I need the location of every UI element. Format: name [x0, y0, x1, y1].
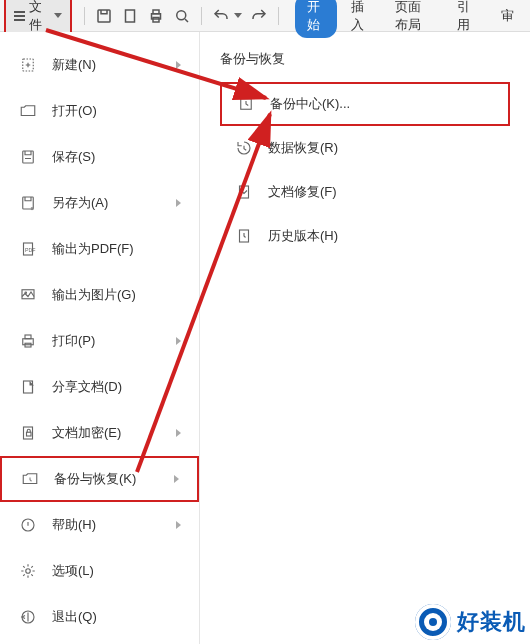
menu-icon [18, 101, 38, 121]
submenu-item-0[interactable]: 备份中心(K)... [220, 82, 510, 126]
separator [278, 7, 279, 25]
submenu-item-2[interactable]: 文档修复(F) [220, 170, 510, 214]
menu-icon: PDF [18, 239, 38, 259]
chevron-right-icon [176, 199, 181, 207]
submenu-label: 备份中心(K)... [270, 95, 350, 113]
menu-label: 退出(Q) [52, 608, 181, 626]
save-icon[interactable] [95, 7, 113, 25]
svg-rect-14 [25, 335, 31, 339]
separator [84, 7, 85, 25]
svg-rect-13 [23, 339, 34, 345]
submenu-label: 文档修复(F) [268, 183, 337, 201]
svg-rect-0 [98, 10, 110, 22]
svg-rect-8 [23, 197, 34, 209]
submenu-icon [236, 94, 256, 114]
menu-label: 选项(L) [52, 562, 181, 580]
svg-rect-3 [153, 10, 159, 14]
submenu-icon [234, 182, 254, 202]
menu-label: 文档加密(E) [52, 424, 176, 442]
menu-icon [18, 561, 38, 581]
print-icon[interactable] [147, 7, 165, 25]
menu-label: 另存为(A) [52, 194, 176, 212]
file-menu-label: 文件 [29, 0, 50, 34]
submenu-label: 历史版本(H) [268, 227, 338, 245]
menu-label: 帮助(H) [52, 516, 176, 534]
chevron-down-icon[interactable] [234, 13, 242, 18]
submenu-label: 数据恢复(R) [268, 139, 338, 157]
panel-title: 备份与恢复 [220, 50, 510, 68]
menu-item-11[interactable]: 选项(L) [0, 548, 199, 594]
svg-point-5 [177, 10, 186, 19]
submenu-item-1[interactable]: 数据恢复(R) [220, 126, 510, 170]
main-area: 新建(N)打开(O)保存(S)另存为(A)PDF输出为PDF(F)输出为图片(G… [0, 32, 530, 644]
chevron-right-icon [176, 61, 181, 69]
submenu-item-3[interactable]: 历史版本(H) [220, 214, 510, 258]
chevron-right-icon [176, 337, 181, 345]
menu-item-12[interactable]: 退出(Q) [0, 594, 199, 640]
submenu-icon [234, 138, 254, 158]
menu-item-8[interactable]: 文档加密(E) [0, 410, 199, 456]
menu-icon [18, 193, 38, 213]
menu-item-3[interactable]: 另存为(A) [0, 180, 199, 226]
menu-item-2[interactable]: 保存(S) [0, 134, 199, 180]
menu-label: 备份与恢复(K) [54, 470, 174, 488]
menu-item-4[interactable]: PDF输出为PDF(F) [0, 226, 199, 272]
quick-access-toolbar [82, 7, 281, 25]
menu-label: 输出为图片(G) [52, 286, 181, 304]
menu-label: 新建(N) [52, 56, 176, 74]
svg-text:PDF: PDF [25, 247, 36, 253]
hamburger-icon [14, 11, 25, 21]
menu-label: 保存(S) [52, 148, 181, 166]
preview-icon[interactable] [173, 7, 191, 25]
menu-icon [18, 147, 38, 167]
menu-item-10[interactable]: 帮助(H) [0, 502, 199, 548]
menu-icon [18, 515, 38, 535]
menu-icon [18, 423, 38, 443]
svg-point-12 [25, 292, 27, 294]
page-icon[interactable] [121, 7, 139, 25]
svg-rect-1 [125, 10, 134, 22]
menu-item-1[interactable]: 打开(O) [0, 88, 199, 134]
menu-item-0[interactable]: 新建(N) [0, 42, 199, 88]
menu-item-7[interactable]: 分享文档(D) [0, 364, 199, 410]
menu-label: 输出为PDF(F) [52, 240, 181, 258]
menu-icon [18, 55, 38, 75]
menu-item-9[interactable]: 备份与恢复(K) [0, 456, 199, 502]
watermark: 好装机 [415, 604, 526, 640]
menu-label: 分享文档(D) [52, 378, 181, 396]
menu-label: 打印(P) [52, 332, 176, 350]
svg-rect-18 [27, 432, 32, 436]
submenu-list: 备份中心(K)...数据恢复(R)文档修复(F)历史版本(H) [220, 82, 510, 258]
submenu-panel: 备份与恢复 备份中心(K)...数据恢复(R)文档修复(F)历史版本(H) [200, 32, 530, 644]
menu-label: 打开(O) [52, 102, 181, 120]
chevron-down-icon [54, 13, 62, 18]
menu-item-5[interactable]: 输出为图片(G) [0, 272, 199, 318]
svg-rect-23 [240, 186, 249, 198]
file-menu-sidebar: 新建(N)打开(O)保存(S)另存为(A)PDF输出为PDF(F)输出为图片(G… [0, 32, 200, 644]
tab-review[interactable]: 审 [489, 3, 526, 29]
menu-item-6[interactable]: 打印(P) [0, 318, 199, 364]
menu-icon [18, 331, 38, 351]
menu-icon [20, 469, 40, 489]
menu-icon [18, 285, 38, 305]
svg-point-20 [26, 569, 31, 574]
separator [201, 7, 202, 25]
menu-icon [18, 607, 38, 627]
chevron-right-icon [176, 429, 181, 437]
chevron-right-icon [174, 475, 179, 483]
chevron-right-icon [176, 521, 181, 529]
svg-rect-7 [23, 151, 34, 163]
watermark-text: 好装机 [457, 607, 526, 637]
toolbar: 文件 开始 插入 页面布局 引用 审 [0, 0, 530, 32]
watermark-logo-icon [415, 604, 451, 640]
submenu-icon [234, 226, 254, 246]
redo-icon[interactable] [250, 7, 268, 25]
undo-icon[interactable] [212, 7, 230, 25]
menu-icon [18, 377, 38, 397]
